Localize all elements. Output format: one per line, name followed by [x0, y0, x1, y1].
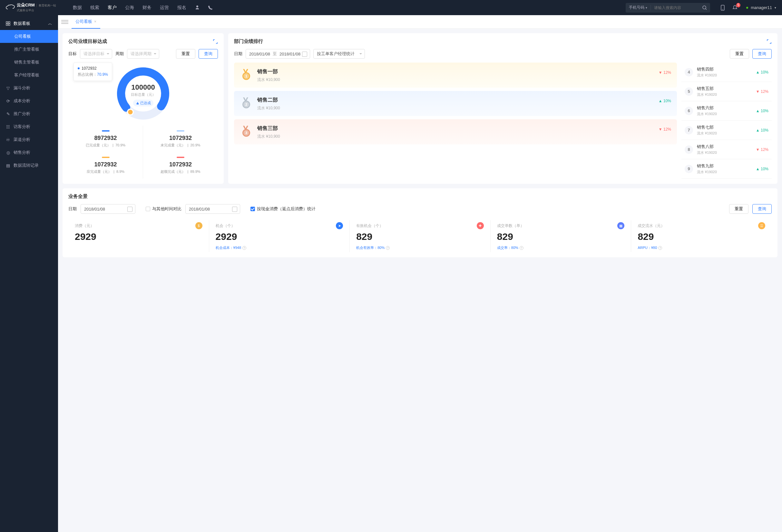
sidebar-item[interactable]: ▤数据流转记录: [0, 159, 58, 172]
dashboard-icon: [6, 21, 10, 26]
help-icon[interactable]: ?: [658, 246, 662, 250]
topnav-item[interactable]: 数据: [73, 5, 82, 11]
sidebar-icon: ☷: [6, 125, 10, 129]
rank-list-item[interactable]: 4销售四部流水 ¥19020▲ 10%: [681, 63, 772, 82]
metric-item: 成交流水（元）☰829ARPU：¥80 ?: [631, 220, 772, 252]
metric-item: 成交单数（单）▦829成交率：80% ?: [491, 220, 632, 252]
rank-list-item[interactable]: 6销售六部流水 ¥19020▲ 10%: [681, 101, 772, 120]
podium-item[interactable]: 2销售二部流水 ¥10,900▲ 10%: [234, 91, 677, 116]
overview-date1[interactable]: 2018/01/08: [80, 204, 135, 214]
rank-query-button[interactable]: 查询: [752, 49, 772, 59]
user-menu[interactable]: manager11 ▾: [746, 5, 776, 10]
topnav-item[interactable]: 财务: [142, 5, 151, 11]
logo-icon: [6, 4, 15, 11]
topnav-item[interactable]: 线索: [90, 5, 99, 11]
compare-checkbox[interactable]: 与其他时间对比: [146, 206, 181, 212]
expand-icon[interactable]: [767, 39, 772, 44]
sidebar-icon: ♾: [6, 137, 10, 142]
svg-text:2: 2: [245, 103, 247, 106]
bell-icon[interactable]: 5: [732, 5, 738, 11]
sidebar-item[interactable]: ☷访客分析: [0, 120, 58, 133]
donut-tooltip: 1072932 所占比例：70.9%: [73, 63, 112, 81]
help-icon[interactable]: ?: [520, 246, 524, 250]
sidebar-group-dashboard[interactable]: 数据看板 ︿: [0, 17, 58, 30]
goal-stat: 1072932超额完成（元） | 89.9%: [143, 152, 218, 179]
rank-date-range[interactable]: 2018/01/08 至 2018/01/08: [246, 49, 310, 59]
goal-reset-button[interactable]: 重置: [176, 49, 196, 59]
topnav-item[interactable]: 客户: [108, 5, 117, 11]
top-nav: 数据线索客户公海财务运营报名: [73, 5, 213, 11]
medal-icon: 3: [240, 125, 253, 138]
sidebar: 数据看板 ︿ 公司看板推广主管看板销售主管看板客户经理看板 ▽漏斗分析⟳成本分析…: [0, 15, 58, 532]
metric-icon: ✚: [477, 222, 484, 229]
svg-text:3: 3: [245, 131, 247, 135]
sidebar-icon: ▤: [6, 163, 10, 168]
goal-card: 公司业绩目标达成 目标 请选择目标 周期 请选择周期 重置 查询: [63, 33, 224, 184]
rank-reset-button[interactable]: 重置: [730, 49, 749, 59]
rank-list-item[interactable]: 7销售七部流水 ¥19020▲ 10%: [681, 120, 772, 140]
metric-item: 消费（元）$2929: [68, 220, 209, 252]
svg-point-4: [722, 9, 723, 10]
overview-title: 业务全景: [68, 193, 88, 200]
tab-company-board[interactable]: 公司看板 ×: [72, 15, 100, 29]
help-icon[interactable]: ?: [386, 246, 390, 250]
call-icon[interactable]: [208, 5, 213, 11]
overview-reset-button[interactable]: 重置: [729, 204, 748, 214]
svg-line-2: [706, 9, 707, 10]
rank-mode-select[interactable]: 按工单客户经理统计: [313, 49, 365, 59]
stat-mode-checkbox[interactable]: 按现金消费（返点后消费）统计: [250, 206, 316, 212]
metric-icon: ➤: [336, 222, 343, 229]
logo[interactable]: 云朵CRM 教育机构一站式服务云平台: [6, 3, 56, 12]
user-icon[interactable]: [195, 5, 200, 11]
goal-stat: 1072932未完成量（元） | 20.9%: [143, 126, 218, 152]
search-icon: [702, 5, 707, 10]
sidebar-item[interactable]: ◎销售分析: [0, 146, 58, 159]
sidebar-sub-item[interactable]: 销售主管看板: [0, 56, 58, 69]
svg-text:1: 1: [245, 74, 247, 78]
sidebar-item[interactable]: ⟳成本分析: [0, 95, 58, 107]
topnav-item[interactable]: 运营: [160, 5, 169, 11]
close-icon[interactable]: ×: [94, 19, 96, 24]
rank-card: 部门业绩排行 日期 2018/01/08 至 2018/01/08 按工单客户经…: [228, 33, 778, 184]
help-icon[interactable]: ?: [242, 246, 246, 250]
topnav-item[interactable]: 报名: [177, 5, 186, 11]
rank-title: 部门业绩排行: [234, 38, 263, 44]
goal-query-button[interactable]: 查询: [199, 49, 218, 59]
medal-icon: 1: [240, 68, 253, 81]
metric-icon: $: [196, 222, 203, 229]
overview-query-button[interactable]: 查询: [752, 204, 772, 214]
sidebar-sub-item[interactable]: 客户经理看板: [0, 69, 58, 81]
sidebar-item[interactable]: ♾渠道分析: [0, 133, 58, 146]
sidebar-item[interactable]: ▽漏斗分析: [0, 81, 58, 95]
sidebar-sub-item[interactable]: 推广主管看板: [0, 43, 58, 56]
achieved-tag: 已达成: [133, 100, 153, 106]
metric-icon: ☰: [758, 222, 765, 229]
svg-rect-7: [6, 24, 8, 26]
svg-rect-6: [8, 22, 10, 23]
svg-point-0: [196, 5, 198, 7]
overview-date2[interactable]: 2018/01/08: [185, 204, 240, 214]
search-box: 手机号码▾: [626, 3, 710, 12]
phone-icon[interactable]: [720, 5, 725, 11]
tab-bar: 公司看板 ×: [58, 15, 782, 29]
sidebar-item[interactable]: ✎推广分析: [0, 107, 58, 120]
search-button[interactable]: [699, 3, 710, 12]
logo-text: 云朵CRM: [17, 3, 35, 7]
rank-list-item[interactable]: 9销售九部流水 ¥19020▲ 10%: [681, 159, 772, 179]
checkbox-icon: [146, 207, 150, 211]
goal-stat: 1072932应完成量（元） | 8.9%: [68, 152, 143, 179]
search-type-select[interactable]: 手机号码▾: [626, 5, 651, 10]
podium-item[interactable]: 1销售一部流水 ¥10,900▼ 12%: [234, 63, 677, 88]
search-input[interactable]: [651, 5, 699, 10]
tab-menu-icon[interactable]: [61, 19, 68, 26]
expand-icon[interactable]: [213, 39, 218, 44]
sidebar-sub-item[interactable]: 公司看板: [0, 30, 58, 43]
topnav-item[interactable]: 公海: [125, 5, 134, 11]
target-select[interactable]: 请选择目标: [80, 49, 112, 59]
status-dot-icon: [746, 7, 748, 9]
rank-list-item[interactable]: 5销售五部流水 ¥19020▼ 12%: [681, 82, 772, 101]
rank-list-item[interactable]: 8销售八部流水 ¥19020▼ 12%: [681, 140, 772, 159]
goal-title: 公司业绩目标达成: [68, 38, 107, 44]
podium-item[interactable]: 3销售三部流水 ¥10,900▼ 12%: [234, 119, 677, 144]
period-select[interactable]: 请选择周期: [127, 49, 159, 59]
